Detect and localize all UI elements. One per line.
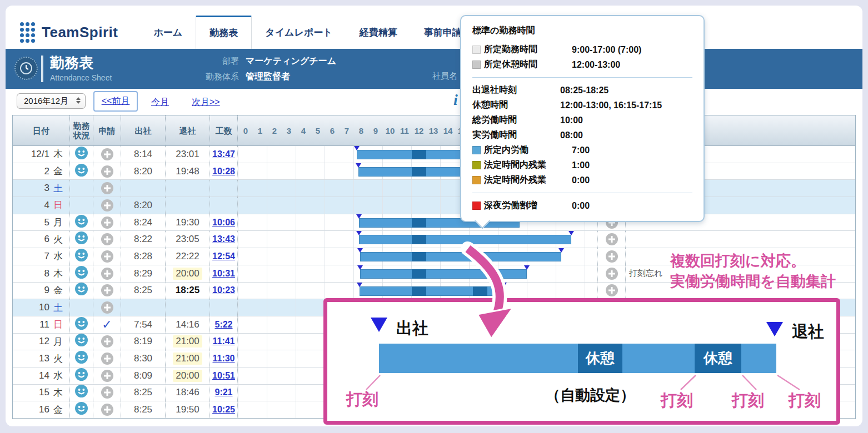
table-row-2: 2金8:2019:4810:28 [13,163,855,180]
date-cell: 14水 [13,367,70,384]
hours-link[interactable]: 13:43 [212,234,235,244]
weekday-label: 日 [53,318,63,331]
bar-end-marker-icon [558,248,564,253]
add-request-icon[interactable] [101,301,113,314]
auto-set-label: （自動設定） [545,385,635,405]
hours-link[interactable]: 10:51 [212,371,235,381]
clock-out-cell: 14:16 [166,316,210,333]
hours-link[interactable]: 10:31 [212,269,235,279]
add-request-icon[interactable] [101,404,113,416]
info-icon[interactable]: i [453,91,458,109]
smiley-status-icon[interactable] [75,147,88,162]
smiley-status-icon[interactable] [75,334,88,349]
next-month-link[interactable]: 次月>> [192,97,220,108]
status-cell [70,385,93,401]
date-number: 4 [44,200,49,211]
month-select[interactable]: 2016年12月 [17,93,86,109]
add-request-icon[interactable] [101,250,113,263]
smiley-status-icon[interactable] [75,266,88,281]
add-request-icon[interactable] [101,233,113,245]
date-number: 11 [39,319,49,330]
clock-out-value: 14:16 [176,319,199,330]
weekday-label: 土 [53,301,63,314]
toolbar: 2016年12月 <<前月 今月 次月>> i [6,89,862,115]
tooltip-row: 深夜労働割増0:00 [472,198,692,213]
add-request-icon[interactable] [101,165,113,178]
weekday-label: 月 [53,335,63,348]
timeline-cell [238,231,598,248]
request-cell [93,180,121,197]
weekday-label: 金 [53,404,63,416]
add-entry-icon[interactable] [606,268,618,280]
hours-link[interactable]: 11:30 [212,354,235,364]
nav-tab-経費精算[interactable]: 経費精算 [346,16,411,49]
clock-in-cell: 8:30 [121,350,166,367]
clock-in-cell: 8:25 [121,385,166,401]
clock-in-marker-icon [371,318,387,332]
hours-link[interactable]: 11:41 [212,336,235,346]
clock-out-value: 21:00 [173,353,202,365]
status-cell [70,180,93,197]
tooltip-row-label: 所定内労働 [484,144,572,156]
request-cell [93,248,121,265]
smiley-status-icon[interactable] [75,385,88,400]
smiley-status-icon[interactable] [75,215,88,230]
work-time-bar[interactable] [360,286,504,296]
add-request-icon[interactable] [101,353,113,365]
add-request-icon[interactable] [101,370,113,382]
add-request-icon[interactable] [101,182,113,194]
smiley-status-icon[interactable] [75,317,88,333]
hours-link[interactable]: 9:21 [214,387,232,397]
work-time-bar[interactable] [360,269,527,279]
work-time-bar[interactable] [360,252,561,261]
top-nav: TeamSpirit ホーム勤務表タイムレポート経費精算事前申請工数実績 [6,16,862,49]
add-request-icon[interactable] [101,335,113,348]
clock-out-value: 23:05 [176,234,199,245]
prev-month-box[interactable]: <<前月 [93,91,138,112]
date-cell: 13火 [13,350,70,367]
work-time-bar[interactable] [359,235,571,244]
smiley-status-icon[interactable] [75,231,88,247]
smiley-status-icon[interactable] [75,402,88,417]
hours-link[interactable]: 10:25 [212,405,235,415]
prev-month-link[interactable]: <<前月 [102,95,130,107]
add-entry-icon[interactable] [606,284,618,296]
smiley-status-icon[interactable] [75,164,88,179]
smiley-status-icon[interactable] [75,368,88,384]
nav-tab-タイムレポート[interactable]: タイムレポート [252,16,346,49]
legend-swatch-icon [472,176,481,184]
header-field-value: 管理監督者 [246,69,290,84]
hours-link[interactable]: 12:54 [212,251,235,261]
hours-link[interactable]: 10:28 [212,167,235,177]
add-request-icon[interactable] [101,284,113,296]
smiley-status-icon[interactable] [75,249,88,264]
annotation-line1: 複数回打刻に対応。 [670,251,836,271]
tooltip-row-value: 08:25-18:25 [560,85,608,95]
hour-tick-0: 0 [243,126,248,135]
punch-diagram-box: 出社 退社 休憩 休憩 打刻 （自動設定） 打刻 打刻 打刻 [323,298,840,425]
tooltip-rows: 所定勤務時間9:00-17:00 (7:00)所定休憩時間12:00-13:00… [472,42,692,213]
request-cell [93,350,121,367]
hours-link[interactable]: 10:06 [212,218,235,228]
add-entry-icon[interactable] [606,250,618,263]
nav-tab-ホーム[interactable]: ホーム [140,16,196,49]
hours-link[interactable]: 13:47 [212,149,235,159]
hour-tick-12: 12 [415,126,424,135]
add-request-icon[interactable] [101,386,113,399]
add-request-icon[interactable] [101,268,113,280]
add-request-icon[interactable] [101,148,113,160]
add-request-icon[interactable] [101,216,113,229]
status-cell [70,283,93,299]
clock-out-value: 23:01 [176,149,199,160]
add-entry-icon[interactable] [606,233,618,245]
weekday-label: 水 [53,369,63,382]
current-month-link[interactable]: 今月 [151,97,169,108]
smiley-status-icon[interactable] [75,351,88,366]
approved-check-icon[interactable]: ✓ [102,318,112,332]
hours-link[interactable]: 10:23 [212,285,235,295]
add-request-icon[interactable] [101,199,113,212]
hours-link[interactable]: 5:22 [214,320,232,330]
nav-tab-勤務表[interactable]: 勤務表 [196,16,252,49]
request-cell [93,197,121,214]
smiley-status-icon[interactable] [75,283,88,298]
